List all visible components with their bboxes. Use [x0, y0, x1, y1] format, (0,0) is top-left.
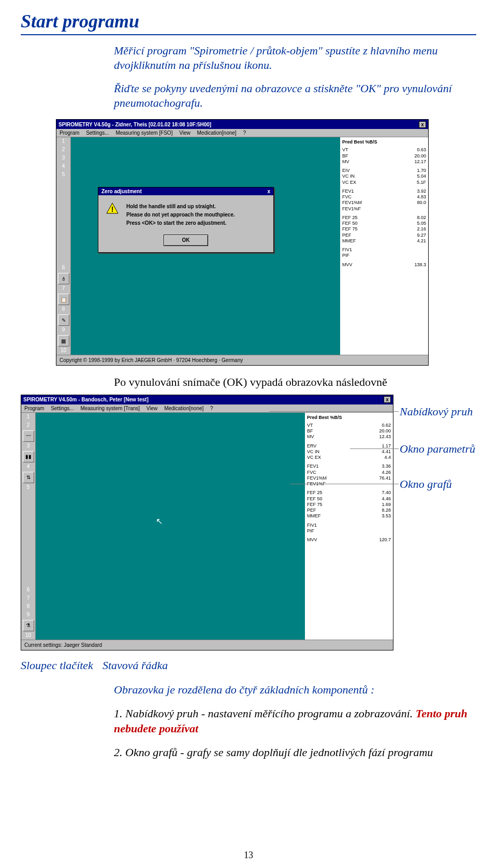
param-key: PEF	[342, 233, 352, 238]
menu-settings[interactable]: Settings...	[86, 130, 109, 136]
window-title: SPIROMETRY V4.50m - Bandosch, Peter [New…	[23, 397, 149, 402]
pen-icon[interactable]: ✎	[58, 314, 69, 326]
param-key: FEV1%M	[307, 475, 327, 481]
param-row: FEF 505.05	[342, 221, 426, 226]
param-header: Pred Best %B/S	[342, 139, 426, 145]
menu-help[interactable]: ?	[243, 130, 246, 136]
param-value: 3.92	[417, 189, 426, 194]
menu-medication[interactable]: Medication[none]	[197, 130, 236, 136]
param-value: 7.40	[382, 490, 391, 496]
candle-icon[interactable]: 🕯	[58, 273, 69, 284]
param-row: VT0.62	[307, 423, 391, 428]
tool-num: 3	[27, 443, 30, 450]
beaker-icon[interactable]: ⚗	[23, 620, 34, 631]
param-row: VC EX4.4	[307, 455, 391, 460]
param-value: 4.41	[382, 449, 391, 455]
param-value: 5.1F	[417, 180, 426, 185]
screenshot-1: SPIROMETRY V4.50g - Zidner, Theis [02.01…	[56, 119, 429, 366]
tool-num: 5	[62, 171, 65, 179]
param-key: EIV	[342, 168, 350, 173]
parameter-pane: Pred Best %B/S VT0.62BF20.00MV12.43ERV1.…	[305, 413, 393, 640]
param-row: MMEF3.53	[307, 513, 391, 519]
menu-help[interactable]: ?	[210, 406, 213, 411]
param-row: VC EX5.1F	[342, 180, 426, 185]
param-key: PIF	[342, 253, 349, 258]
param-row: MV12.17	[342, 159, 426, 165]
body-text: Obrazovka je rozdělena do čtyř základníc…	[114, 683, 471, 760]
menu-view[interactable]: View	[147, 406, 158, 411]
param-row: FIV1	[342, 247, 426, 253]
param-key: FEF 25	[342, 215, 358, 221]
menu-view[interactable]: View	[179, 130, 191, 136]
param-row: PIF	[307, 528, 391, 534]
param-key: FEV1%M	[342, 200, 362, 206]
close-icon[interactable]: x	[419, 121, 426, 128]
param-value: 0.63	[417, 147, 426, 153]
intro-paragraphs: Měřicí program "Spirometrie / průtok-obj…	[114, 44, 471, 110]
param-key: FIV1	[307, 523, 317, 528]
param-key: MV	[307, 434, 314, 440]
param-row: VC IN5.04	[342, 173, 426, 179]
dialog-line3: Press <OK> to start the zero adjustment.	[126, 219, 267, 227]
dialog-line2: Please do not yet approach the mouthpiec…	[126, 211, 267, 219]
param-value: 5.05	[417, 221, 426, 226]
param-row: PEF9.27	[342, 233, 426, 238]
param-row: EIV1.70	[342, 168, 426, 173]
menu-settings[interactable]: Settings...	[51, 406, 74, 411]
param-key: VC EX	[307, 455, 321, 460]
close-icon[interactable]: x	[384, 396, 391, 403]
statusbar: Current settings: Jaeger Standard	[21, 640, 393, 650]
param-row: FVC4.83	[342, 194, 426, 200]
param-key: FEF 75	[342, 226, 358, 232]
tool-num: 4	[62, 163, 65, 170]
param-row: MVV120.7	[307, 537, 391, 543]
window-titlebar: SPIROMETRY V4.50m - Bandosch, Peter [New…	[21, 395, 393, 404]
ok-button[interactable]: OK	[164, 235, 208, 246]
app-body: 1 2 〰 3 ▮▮ 4 ⇅ 5 6 7 8 9 ⚗ 10 Pred Best …	[21, 413, 393, 640]
wave-icon[interactable]: 〰	[23, 430, 34, 442]
param-row: MMEF4.21	[342, 238, 426, 244]
warning-icon: !	[106, 202, 119, 214]
param-value: 8.28	[382, 508, 391, 513]
clipboard-icon[interactable]: 📋	[58, 294, 69, 305]
tool-num: 2	[62, 147, 65, 154]
tool-num: 3	[62, 155, 65, 162]
param-key: FVC	[342, 194, 352, 200]
menu-measuring-system[interactable]: Measuring system [Trans]	[80, 406, 140, 411]
menubar[interactable]: Program Settings... Measuring system [FS…	[56, 129, 428, 137]
param-value: 9.27	[417, 233, 426, 238]
body-p3: 2. Okno grafů - grafy se samy doplňují d…	[114, 745, 471, 760]
param-value: 4.26	[382, 470, 391, 475]
parameter-pane: Pred Best %B/S VT0.63BF20.00MV12.17EIV1.…	[340, 137, 428, 355]
body-p1: Obrazovka je rozdělena do čtyř základníc…	[114, 683, 471, 698]
annotation-graphs: Okno grafů	[400, 478, 452, 491]
status-text: Current settings: Jaeger Standard	[24, 642, 102, 648]
param-value: 8.02	[417, 215, 426, 221]
grid-icon[interactable]: ▦	[58, 335, 69, 346]
param-header: Pred Best %B/S	[307, 415, 391, 421]
param-row: FEV1%F	[307, 481, 391, 487]
menu-medication[interactable]: Medication[none]	[164, 406, 203, 411]
dialog-line1: Hold the handle still and up straight.	[126, 202, 267, 211]
param-row: BF20.00	[307, 428, 391, 434]
annotation-status: Stavová řádka	[103, 659, 168, 672]
menu-program[interactable]: Program	[24, 406, 44, 411]
bars-icon[interactable]: ▮▮	[23, 451, 34, 462]
flow-icon[interactable]: ⇅	[23, 472, 34, 483]
tool-num: 6	[27, 587, 30, 594]
param-value: 4.46	[382, 496, 391, 502]
dialog-close-icon[interactable]: x	[267, 189, 270, 194]
intro-p1: Měřicí program "Spirometrie / průtok-obj…	[114, 44, 471, 72]
annotation-line	[290, 484, 399, 484]
annotation-params: Okno parametrů	[400, 442, 475, 456]
param-value: 3.53	[382, 513, 391, 519]
param-value: 1.69	[382, 502, 391, 508]
menu-program[interactable]: Program	[60, 130, 79, 136]
param-value: 4.21	[417, 238, 426, 244]
param-value: 138.3	[414, 262, 426, 268]
param-row: FEF 257.40	[307, 490, 391, 496]
menu-measuring-system[interactable]: Measuring system [FSO]	[115, 130, 172, 136]
param-key: VC EX	[342, 180, 356, 185]
param-row: FEV1%M76.41	[307, 475, 391, 481]
toolbar-column: 1 2 3 4 5 6 🕯 7 📋 8 ✎ 9 ▦ 10	[56, 137, 71, 355]
